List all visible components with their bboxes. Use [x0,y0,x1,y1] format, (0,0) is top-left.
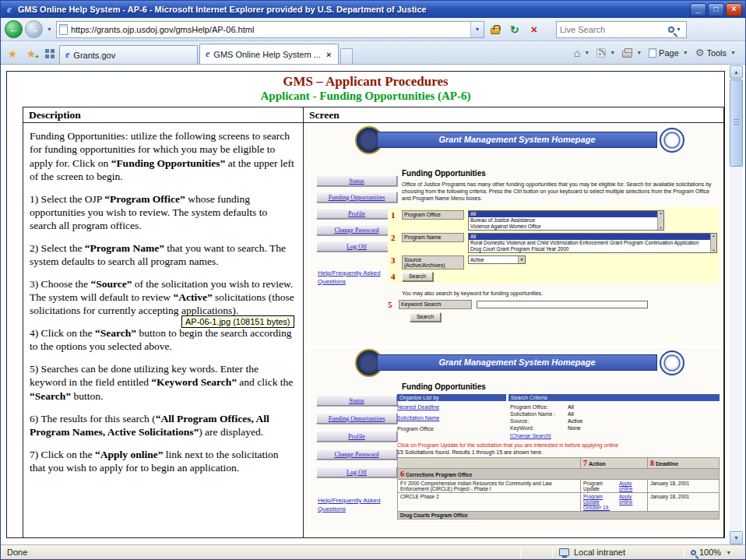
source-value: Active [469,256,518,263]
maximize-button[interactable]: □ [708,3,724,16]
quick-tabs-button[interactable] [40,44,59,64]
program-name-label: Program Name [402,233,464,242]
favorites-button[interactable]: ★ [3,44,22,64]
back-button[interactable]: ← [5,20,23,38]
gms-heading: Funding Opportunities [402,169,720,178]
close-button[interactable]: × [726,3,742,16]
tools-menu-button[interactable]: ⚙Tools▼ [693,44,740,62]
help-table-header-row: Description Screen [23,107,724,123]
tools-dropdown-icon[interactable]: ▼ [729,50,737,55]
screenshot-change-password-button: Change Password [316,224,397,235]
text-segment: 3) Choose the [30,278,90,290]
tab-grants-gov[interactable]: e Grants.gov [59,45,198,64]
history-dropdown-icon[interactable]: ▼ [45,26,54,32]
group-office-name: Corrections Program Office [406,472,472,477]
keyword-search-button-row: Search [399,312,720,322]
page-menu-button[interactable]: Page▼ [646,44,692,62]
dropdown-arrow-icon: ▼ [518,256,525,263]
address-bar[interactable]: ▼ [56,21,484,38]
screenshot-keyword-search-button: Search [410,312,441,322]
text-segment: button. [71,390,103,402]
zoom-icon [691,550,696,555]
search-dropdown-icon[interactable]: ▼ [674,26,683,32]
help-table-body-row: Funding Opportunities: utilize the follo… [23,123,724,539]
navigation-bar: ← → ▼ ▼ ↻ × ▼ [1,18,745,41]
tab-label: Grants.gov [73,51,115,60]
new-tab-stub[interactable] [340,48,353,64]
address-input[interactable] [71,23,467,37]
criteria-row: Program Office:All [510,404,720,410]
scroll-up-button[interactable]: ▲ [730,65,743,79]
scroll-down-button[interactable]: ▼ [730,531,743,544]
print-button[interactable]: ▼ [620,44,646,62]
refresh-button[interactable]: ↻ [506,20,523,39]
address-dropdown-icon[interactable]: ▼ [470,22,484,37]
program-update-notice: Click on Program Update for the solicita… [397,442,720,448]
page-dropdown-icon[interactable]: ▼ [681,50,690,55]
program-office-group-row: Drug Courts Program Office [398,512,720,519]
action-cell: Program UpdateApply online [581,480,648,493]
description-paragraph: 1) Select the OJP “Program Office” whose… [30,192,295,233]
printer-icon [622,51,632,58]
listbox-scrollbar: ▲▼ [657,211,663,230]
keyword-search-row: 5 Keyword Search [388,300,720,309]
program-name-listbox: All Rural Domestic Violence and Child Vi… [468,233,717,253]
action-cell: Program Update October 19,Apply online [581,493,648,512]
print-dropdown-icon[interactable]: ▼ [635,50,643,55]
organize-links: Nearest Deadline Solicitation Name Progr… [397,404,510,438]
stop-button[interactable]: × [526,20,543,39]
tab-gms-help-active[interactable]: e GMS Online Help System ... × [199,44,339,64]
text-segment: and click the [237,376,293,388]
home-button[interactable]: ⌂▼ [572,44,593,62]
program-office-group-row: 6Corrections Program Office [398,469,720,480]
window-controls: _ □ × [690,3,742,16]
zoom-dropdown-icon[interactable]: ▼ [724,550,733,555]
forward-button[interactable]: → [25,20,43,38]
listbox-option: Drug Court Grant Program Fiscal Year 200… [469,246,716,252]
criteria-value: All [568,411,574,417]
solicitation-name-link: Solicitation Name [397,415,510,421]
gms-sidebar: Status Funding Opportunities Profile Cha… [316,175,397,287]
annotation-3: 3 [391,255,402,265]
screenshot-profile-button: Profile [316,208,397,219]
zoom-control[interactable]: 100% ▼ [684,545,745,559]
description-paragraph: 4) Click on the “Search” button to begin… [30,326,295,354]
tab-close-icon[interactable]: × [325,50,333,59]
text-segment-bold: “Keyword Search” [151,376,237,388]
page-icon [649,48,656,58]
text-segment: 2) Select the [30,242,85,254]
home-dropdown-icon[interactable]: ▼ [582,50,591,55]
listbox-scrollbar: ▲▼ [710,234,716,252]
annotation-6: 6 [400,470,404,478]
help-page: GMS – Applicant Procedures Applicant - F… [6,71,725,538]
gms-search-form: 1 Program Office All Bureau of Justice A… [388,207,720,284]
feeds-button[interactable]: ▼ [594,44,619,62]
minimize-button[interactable]: _ [690,3,706,16]
source-dropdown: Active ▼ [468,255,526,264]
add-favorite-button[interactable]: ★+ [22,44,40,64]
program-office-label: Program Office [402,210,464,220]
search-icon[interactable] [668,26,674,33]
criteria-value: None [568,425,581,431]
text-segment-bold: “Search” [95,327,136,339]
keyword-hint-text: You may also search by keyword for fundi… [402,291,720,296]
tab-bar: ★ ★+ e Grants.gov e GMS Online Help Syst… [1,41,745,65]
page-menu-label: Page [659,48,679,58]
gms-main: Funding Opportunities Office of Justice … [402,169,720,322]
feeds-dropdown-icon[interactable]: ▼ [608,50,617,55]
program-name-row: 2 Program Name All Rural Domestic Violen… [391,233,717,253]
criteria-row: KeyWord:None [510,425,720,431]
search-criteria: Program Office:All Solicitation Name :Al… [510,404,720,438]
security-lock-button[interactable] [487,20,504,39]
status-text: Done [1,548,520,557]
results-header-row: 7Action 8Deadline [398,458,720,469]
home-icon: ⌂ [574,47,580,59]
window-title: GMS Online Help System - AP-6 - Microsof… [18,5,687,14]
organize-list-by-header: Organize List by [397,394,506,401]
vertical-scrollbar[interactable]: ▲ ▼ [730,65,743,544]
scrollbar-thumb[interactable] [730,79,743,167]
listbox-option: Rural Domestic Violence and Child Victim… [469,240,716,246]
search-input[interactable] [560,25,668,34]
description-paragraph: 6) The results for this search (“All Pro… [30,412,295,439]
live-search-box[interactable]: ▼ [556,21,687,38]
